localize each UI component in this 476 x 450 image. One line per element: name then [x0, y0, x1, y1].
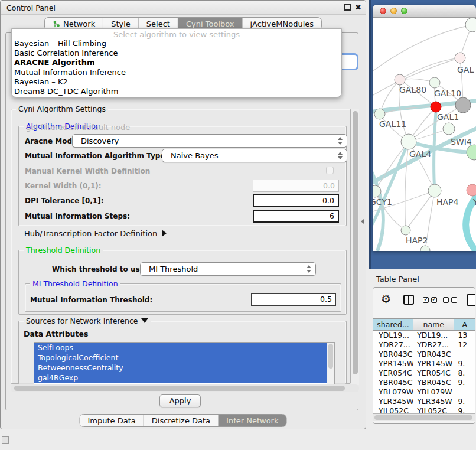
node-gal80[interactable]: [395, 74, 405, 85]
dropdown-item[interactable]: Bayesian – K2: [12, 77, 341, 87]
dpi-tolerance-field[interactable]: 0.0: [253, 194, 339, 207]
table-cell[interactable]: YDL19...: [373, 331, 413, 340]
tab-style[interactable]: Style: [103, 18, 138, 30]
network-edge[interactable]: [405, 142, 409, 230]
panel-restore-icon[interactable]: [2, 436, 9, 444]
aracne-mode-combo[interactable]: Discovery: [72, 134, 347, 148]
mi-algorithm-type-combo[interactable]: Naive Bayes: [162, 149, 347, 162]
table-row[interactable]: YBR043CYBR043C: [373, 350, 475, 359]
table-cell[interactable]: YIL052C: [413, 406, 454, 413]
network-edge[interactable]: [434, 112, 436, 191]
table-row[interactable]: YLR345WYLR345W9.: [373, 397, 475, 406]
column-header-name[interactable]: name: [413, 319, 454, 330]
network-edge[interactable]: [406, 191, 435, 230]
table-cell[interactable]: 8.: [454, 369, 475, 378]
table-cell[interactable]: YBR043C: [373, 350, 413, 359]
tab-network[interactable]: Network: [45, 18, 103, 30]
table-row[interactable]: YDL19...YDL19...13: [373, 331, 475, 340]
mi-steps-field[interactable]: 6: [253, 210, 339, 223]
table-cell[interactable]: 9.: [454, 378, 475, 387]
table-cell[interactable]: YLR345W: [373, 397, 413, 406]
manual-kernel-width-checkbox[interactable]: [326, 167, 334, 174]
table-cell[interactable]: YPR145W: [413, 359, 454, 369]
node-hap4[interactable]: [428, 184, 441, 197]
close-icon[interactable]: ✖: [355, 3, 361, 12]
dropdown-item[interactable]: Mutual Information Inference: [12, 68, 341, 77]
column-header-shared-name[interactable]: shared...: [373, 319, 413, 330]
close-traffic-light-icon[interactable]: [380, 8, 386, 14]
node-gal11[interactable]: [374, 109, 385, 119]
node-gray[interactable]: [455, 97, 471, 113]
export-table-icon[interactable]: [467, 294, 475, 306]
dropdown-item-selected[interactable]: ARACNE Algorithm: [12, 58, 341, 67]
node-gal1[interactable]: [443, 123, 455, 135]
table-row[interactable]: YER054CYER054C8.: [373, 369, 475, 378]
table-cell[interactable]: [454, 387, 475, 397]
list-vertical-scrollbar[interactable]: [327, 343, 334, 385]
deselect-all-checkbox-icon[interactable]: [443, 297, 449, 303]
list-item[interactable]: TopologicalCoefficient: [34, 353, 327, 363]
table-cell[interactable]: YPR145W: [373, 359, 413, 369]
tab-select[interactable]: Select: [138, 18, 178, 30]
table-cell[interactable]: YBL079W: [373, 387, 413, 397]
table-row[interactable]: YDR27...YDR27...12: [373, 340, 475, 350]
dropdown-item[interactable]: Bayesian – Hill Climbing: [12, 39, 341, 48]
list-item[interactable]: SelfLoops: [34, 343, 327, 353]
node-swi4[interactable]: [467, 145, 476, 160]
tab-discretize-data[interactable]: Discretize Data: [144, 415, 218, 426]
node-red[interactable]: [431, 102, 441, 112]
deselect-all-checkbox-icon[interactable]: [451, 297, 457, 303]
table-cell[interactable]: YIL052C: [373, 406, 413, 413]
splitter-collapse-icon[interactable]: [361, 219, 364, 224]
list-item[interactable]: BetweennessCentrality: [34, 363, 327, 373]
sources-group-title[interactable]: Sources for Network Inference: [24, 317, 151, 325]
hub-definition-expander[interactable]: Hub/Transcription Factor Definition: [24, 229, 167, 238]
node-pink[interactable]: [467, 184, 476, 196]
table-row[interactable]: YBR045CYBR045C9.: [373, 378, 475, 387]
table-row[interactable]: YBL079WYBL079W: [373, 387, 475, 397]
select-all-checkbox-icon[interactable]: [423, 297, 429, 303]
mi-threshold-field[interactable]: 0.5: [251, 293, 336, 306]
network-graph[interactable]: GALGAL80GAL10GAL1GAL11SWI4GAL4GCY1HAP4YH…: [373, 18, 476, 251]
node-top[interactable]: [465, 18, 476, 32]
node-gal7[interactable]: [455, 53, 465, 63]
tab-infer-network[interactable]: Infer Network: [218, 415, 286, 426]
table-cell[interactable]: YBR043C: [413, 350, 454, 359]
settings-horizontal-scrollbar[interactable]: [11, 384, 359, 392]
settings-vertical-scrollbar[interactable]: [351, 109, 359, 385]
select-all-checkbox-icon[interactable]: [431, 297, 437, 303]
network-canvas[interactable]: GALGAL80GAL10GAL1GAL11SWI4GAL4GCY1HAP4YH…: [373, 18, 476, 251]
node-bottom[interactable]: [420, 246, 430, 251]
which-threshold-combo[interactable]: MI Threshold: [140, 262, 316, 276]
table-cell[interactable]: YLR345W: [413, 397, 454, 406]
table-cell[interactable]: YBR045C: [413, 378, 454, 387]
node-gal4[interactable]: [401, 134, 416, 149]
table-cell[interactable]: YER054C: [373, 369, 413, 378]
table-cell[interactable]: YDR27...: [373, 340, 413, 350]
table-cell[interactable]: YDL19...: [413, 331, 454, 340]
table-cell[interactable]: 9.: [454, 397, 475, 406]
node-hap2[interactable]: [401, 226, 410, 235]
list-item[interactable]: gal4RGexp: [34, 373, 327, 383]
zoom-traffic-light-icon[interactable]: [401, 8, 407, 14]
gear-icon[interactable]: ⚙: [381, 292, 391, 305]
table-cell[interactable]: YER054C: [413, 369, 454, 378]
dropdown-item[interactable]: Dream8 DC_TDC Algorithm: [12, 87, 341, 96]
node-gal10[interactable]: [429, 77, 440, 88]
table-row[interactable]: YPR145WYPR145W9.: [373, 359, 475, 369]
table-cell[interactable]: 13: [454, 331, 475, 340]
table-cell[interactable]: YBR045C: [373, 378, 413, 387]
table-cell[interactable]: 9.: [454, 359, 475, 369]
float-window-icon[interactable]: [344, 4, 351, 11]
apply-button[interactable]: Apply: [159, 394, 201, 407]
table-horizontal-scrollbar[interactable]: [373, 413, 475, 421]
dropdown-item[interactable]: Basic Correlation Inference: [12, 48, 341, 58]
table-cell[interactable]: [454, 350, 475, 359]
tab-jactivemnodules[interactable]: jActiveMNodules: [242, 18, 321, 30]
column-header-partial[interactable]: A: [454, 319, 475, 330]
table-cell[interactable]: YDR27...: [413, 340, 454, 350]
minimize-traffic-light-icon[interactable]: [390, 8, 397, 14]
tab-cyni-toolbox[interactable]: Cyni Toolbox: [178, 18, 242, 30]
tab-impute-data[interactable]: Impute Data: [80, 415, 144, 426]
table-cell[interactable]: YBL079W: [413, 387, 454, 397]
